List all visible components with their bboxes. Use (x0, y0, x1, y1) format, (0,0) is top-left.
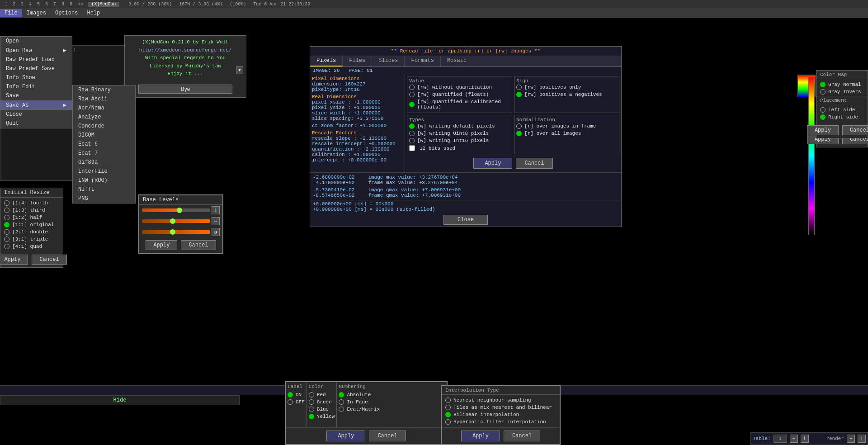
radio-hyperbolic[interactable] (445, 419, 451, 425)
label-cancel-button[interactable]: Cancel (369, 431, 406, 441)
menu-save-as[interactable]: Save As▶ (0, 100, 72, 110)
save-png[interactable]: PNG (73, 194, 135, 203)
pixel-apply-button[interactable]: Apply (473, 158, 512, 169)
workspace-tabs[interactable]: 1 2 3 4 5 6 7 8 9 >> (3, 2, 85, 7)
resize-1-1[interactable]: [1:1] original (4, 221, 59, 228)
interp-apply-button[interactable]: Apply (461, 431, 500, 441)
radio-absolute[interactable] (339, 392, 344, 398)
radio-positives-only[interactable] (516, 85, 522, 90)
save-dicom[interactable]: DICOM (73, 131, 135, 140)
resize-1-3[interactable]: [1:3] third (4, 207, 59, 214)
save-raw-ascii[interactable]: Raw Ascii (73, 95, 135, 104)
radio-left-side[interactable] (820, 107, 826, 113)
placement-apply-button[interactable]: Apply (807, 125, 839, 135)
numbering-absolute[interactable]: Absolute (339, 391, 380, 398)
interp-cancel-button[interactable]: Cancel (504, 431, 540, 441)
menu-images[interactable]: Images (22, 9, 51, 17)
radio-ecat[interactable] (339, 407, 344, 412)
radio-label-on[interactable] (288, 392, 293, 398)
radio-in-page[interactable] (339, 399, 344, 405)
slider-btn-right-1[interactable]: ↕ (212, 206, 220, 214)
type-uint8[interactable]: [w] writing Uint8 pixels (409, 130, 510, 137)
render-increment[interactable]: + (858, 435, 866, 443)
slider-btn-right-2[interactable]: ↔ (212, 217, 220, 225)
tab-pixels[interactable]: Pixels (310, 56, 343, 66)
label-off[interactable]: OFF (288, 398, 305, 406)
menu-help[interactable]: Help (82, 9, 104, 17)
sign-positives-only[interactable]: [rw] positives only (516, 84, 617, 91)
type-int16[interactable]: [w] writing Int16 pixels (409, 137, 510, 144)
menu-file[interactable]: File (0, 9, 22, 17)
color-red[interactable]: Red (309, 391, 335, 398)
resize-4-1[interactable]: [4:1] quad (4, 243, 59, 250)
menu-info-show[interactable]: Info Show (0, 73, 72, 82)
menu-open[interactable]: Open (0, 37, 72, 46)
slider-thumb-2[interactable] (170, 218, 175, 224)
radio-type-uint8[interactable] (409, 131, 415, 136)
radio-1-2[interactable] (4, 215, 9, 220)
resize-apply-button[interactable]: Apply (0, 255, 28, 265)
slider-track-2[interactable] (142, 219, 210, 223)
resize-1-4[interactable]: [1:4] fourth (4, 199, 59, 207)
pixel-cancel-button[interactable]: Cancel (516, 158, 552, 169)
save-analyze[interactable]: Analyze (73, 113, 135, 122)
radio-red[interactable] (309, 392, 314, 398)
menu-raw-predef-save[interactable]: Raw Predef Save (0, 64, 72, 73)
value-quantified-calibrated[interactable]: [rw] quantified & calibrated (floats) (409, 98, 510, 111)
radio-1-1[interactable] (4, 222, 9, 227)
norm-over-images[interactable]: [r] over images in frame (516, 123, 617, 130)
slider-track-3[interactable] (142, 230, 210, 234)
bye-button[interactable]: Bye (138, 85, 232, 94)
label-on[interactable]: ON (288, 391, 305, 398)
radio-4-1[interactable] (4, 244, 9, 249)
type-default[interactable]: [w] writing default pixels (409, 123, 510, 130)
slider-thumb-1[interactable] (177, 208, 182, 213)
interp-bilinear[interactable]: Bilinear interpolation (445, 411, 556, 418)
placement-left[interactable]: left side (820, 106, 864, 114)
radio-2-1[interactable] (4, 229, 9, 235)
save-interfile[interactable]: InterFile (73, 167, 135, 176)
placement-cancel-button[interactable]: Cancel (842, 125, 868, 135)
dropdown-toggle[interactable]: ▼ (236, 66, 243, 74)
radio-blue[interactable] (309, 407, 314, 412)
save-nifti[interactable]: NIfTI (73, 185, 135, 194)
radio-gray-invers[interactable] (820, 89, 826, 95)
norm-all-images[interactable]: [r] over all images (516, 130, 617, 137)
radio-1-4[interactable] (4, 200, 9, 206)
base-cancel-button[interactable]: Cancel (181, 240, 216, 250)
render-decrement[interactable]: − (847, 435, 855, 443)
radio-norm-all[interactable] (516, 131, 522, 136)
resize-3-1[interactable]: [3:1] triple (4, 236, 59, 243)
save-ecat6[interactable]: Ecat 6 (73, 140, 135, 149)
color-yellow[interactable]: Yellow (309, 413, 335, 420)
value-no-quant[interactable]: [rw] without quantitation (409, 84, 510, 91)
menu-raw-predef-load[interactable]: Raw Predef Load (0, 55, 72, 64)
radio-nearest[interactable] (445, 398, 451, 403)
menu-open-raw[interactable]: Open Raw▶ (0, 46, 72, 55)
numbering-ecat[interactable]: Ecat/Matrix (339, 406, 380, 413)
save-raw-binary[interactable]: Raw Binary (73, 85, 135, 95)
radio-right-side[interactable] (820, 114, 826, 120)
placement-right[interactable]: Right side (820, 114, 864, 121)
radio-gray-normal[interactable] (820, 82, 826, 87)
interp-nearest[interactable]: Nearest neighbour sampling (445, 397, 556, 404)
table-decrement[interactable]: − (790, 435, 798, 443)
save-ecat7[interactable]: Ecat 7 (73, 149, 135, 158)
menu-info-edit[interactable]: Info Edit (0, 82, 72, 91)
radio-no-quant[interactable] (409, 85, 415, 90)
resize-2-1[interactable]: [2:1] double (4, 228, 59, 236)
tab-files[interactable]: Files (343, 56, 372, 66)
slider-btn-right-3[interactable]: ◑ (212, 228, 220, 236)
pixel-close-button[interactable]: Close (443, 215, 488, 225)
value-quantified[interactable]: [rw] quantified (floats) (409, 91, 510, 98)
table-increment[interactable]: + (801, 435, 809, 443)
radio-label-off[interactable] (288, 399, 293, 405)
slider-track-1[interactable] (142, 208, 210, 212)
label-apply-button[interactable]: Apply (326, 431, 365, 441)
color-green[interactable]: Green (309, 398, 335, 406)
radio-norm-images[interactable] (516, 123, 522, 129)
menu-options[interactable]: Options (51, 9, 82, 17)
radio-tiles[interactable] (445, 405, 451, 410)
resize-1-2[interactable]: [1:2] half (4, 214, 59, 221)
bye-url[interactable]: http://xmedcon.sourceforge.net/ (129, 47, 241, 55)
